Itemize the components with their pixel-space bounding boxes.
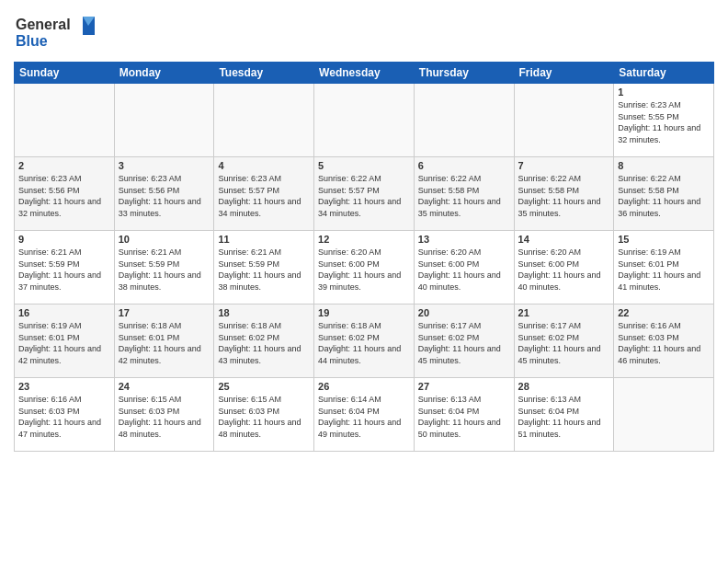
calendar-cell <box>414 84 514 157</box>
day-number: 4 <box>218 160 310 171</box>
day-number: 28 <box>518 381 610 392</box>
calendar-cell: 18Sunrise: 6:18 AM Sunset: 6:02 PM Dayli… <box>214 304 314 378</box>
calendar-cell: 10Sunrise: 6:21 AM Sunset: 5:59 PM Dayli… <box>114 231 214 304</box>
weekday-header-saturday: Saturday <box>614 63 714 84</box>
calendar-cell: 13Sunrise: 6:20 AM Sunset: 6:00 PM Dayli… <box>414 231 514 304</box>
day-info: Sunrise: 6:20 AM Sunset: 6:00 PM Dayligh… <box>318 247 410 293</box>
day-number: 18 <box>218 307 310 318</box>
calendar-cell: 2Sunrise: 6:23 AM Sunset: 5:56 PM Daylig… <box>15 157 115 231</box>
day-number: 8 <box>618 160 710 171</box>
calendar-cell: 22Sunrise: 6:16 AM Sunset: 6:03 PM Dayli… <box>614 304 714 378</box>
day-number: 11 <box>218 234 310 245</box>
day-info: Sunrise: 6:14 AM Sunset: 6:04 PM Dayligh… <box>318 394 410 440</box>
weekday-header-sunday: Sunday <box>15 63 115 84</box>
calendar-cell: 3Sunrise: 6:23 AM Sunset: 5:56 PM Daylig… <box>114 157 214 231</box>
day-number: 5 <box>318 160 410 171</box>
calendar-cell: 4Sunrise: 6:23 AM Sunset: 5:57 PM Daylig… <box>214 157 314 231</box>
calendar-cell <box>514 84 614 157</box>
day-info: Sunrise: 6:15 AM Sunset: 6:03 PM Dayligh… <box>218 394 310 440</box>
weekday-header-monday: Monday <box>114 63 214 84</box>
calendar-week-row: 23Sunrise: 6:16 AM Sunset: 6:03 PM Dayli… <box>15 378 714 452</box>
weekday-header-row: SundayMondayTuesdayWednesdayThursdayFrid… <box>15 63 714 84</box>
day-number: 16 <box>18 307 110 318</box>
day-info: Sunrise: 6:13 AM Sunset: 6:04 PM Dayligh… <box>518 394 610 440</box>
calendar-cell <box>314 84 415 157</box>
day-info: Sunrise: 6:18 AM Sunset: 6:02 PM Dayligh… <box>218 320 310 366</box>
day-info: Sunrise: 6:22 AM Sunset: 5:58 PM Dayligh… <box>518 173 610 219</box>
calendar-week-row: 9Sunrise: 6:21 AM Sunset: 5:59 PM Daylig… <box>15 231 714 304</box>
logo-icon: General Blue <box>14 9 97 51</box>
day-info: Sunrise: 6:23 AM Sunset: 5:57 PM Dayligh… <box>218 173 310 219</box>
calendar-cell: 1Sunrise: 6:23 AM Sunset: 5:55 PM Daylig… <box>614 84 714 157</box>
calendar-week-row: 2Sunrise: 6:23 AM Sunset: 5:56 PM Daylig… <box>15 157 714 231</box>
day-info: Sunrise: 6:23 AM Sunset: 5:56 PM Dayligh… <box>119 173 210 219</box>
calendar-cell: 6Sunrise: 6:22 AM Sunset: 5:58 PM Daylig… <box>414 157 514 231</box>
day-number: 10 <box>119 234 210 245</box>
day-number: 14 <box>518 234 610 245</box>
calendar-cell: 5Sunrise: 6:22 AM Sunset: 5:57 PM Daylig… <box>314 157 415 231</box>
day-info: Sunrise: 6:16 AM Sunset: 6:03 PM Dayligh… <box>18 394 110 440</box>
calendar-cell: 27Sunrise: 6:13 AM Sunset: 6:04 PM Dayli… <box>414 378 514 452</box>
day-number: 3 <box>119 160 210 171</box>
day-number: 13 <box>418 234 510 245</box>
svg-text:Blue: Blue <box>16 33 48 49</box>
day-info: Sunrise: 6:16 AM Sunset: 6:03 PM Dayligh… <box>618 320 710 366</box>
calendar-cell: 25Sunrise: 6:15 AM Sunset: 6:03 PM Dayli… <box>214 378 314 452</box>
day-info: Sunrise: 6:15 AM Sunset: 6:03 PM Dayligh… <box>119 394 210 440</box>
day-info: Sunrise: 6:22 AM Sunset: 5:57 PM Dayligh… <box>318 173 410 219</box>
calendar-cell: 11Sunrise: 6:21 AM Sunset: 5:59 PM Dayli… <box>214 231 314 304</box>
day-info: Sunrise: 6:17 AM Sunset: 6:02 PM Dayligh… <box>518 320 610 366</box>
day-number: 15 <box>618 234 710 245</box>
day-info: Sunrise: 6:17 AM Sunset: 6:02 PM Dayligh… <box>418 320 510 366</box>
logo: General Blue <box>14 9 97 54</box>
day-number: 1 <box>618 86 710 98</box>
calendar-cell: 9Sunrise: 6:21 AM Sunset: 5:59 PM Daylig… <box>15 231 115 304</box>
calendar-cell: 21Sunrise: 6:17 AM Sunset: 6:02 PM Dayli… <box>514 304 614 378</box>
day-number: 2 <box>18 160 110 171</box>
calendar-cell: 26Sunrise: 6:14 AM Sunset: 6:04 PM Dayli… <box>314 378 415 452</box>
day-number: 23 <box>18 381 110 392</box>
day-number: 27 <box>418 381 510 392</box>
day-info: Sunrise: 6:21 AM Sunset: 5:59 PM Dayligh… <box>18 247 110 293</box>
calendar-cell: 24Sunrise: 6:15 AM Sunset: 6:03 PM Dayli… <box>114 378 214 452</box>
calendar-cell <box>114 84 214 157</box>
day-info: Sunrise: 6:23 AM Sunset: 5:56 PM Dayligh… <box>18 173 110 219</box>
header: General Blue <box>14 9 714 54</box>
day-info: Sunrise: 6:20 AM Sunset: 6:00 PM Dayligh… <box>518 247 610 293</box>
calendar-cell: 7Sunrise: 6:22 AM Sunset: 5:58 PM Daylig… <box>514 157 614 231</box>
calendar-week-row: 16Sunrise: 6:19 AM Sunset: 6:01 PM Dayli… <box>15 304 714 378</box>
day-info: Sunrise: 6:23 AM Sunset: 5:55 PM Dayligh… <box>618 99 710 145</box>
calendar-cell: 15Sunrise: 6:19 AM Sunset: 6:01 PM Dayli… <box>614 231 714 304</box>
calendar-cell <box>214 84 314 157</box>
day-number: 25 <box>218 381 310 392</box>
page: General Blue SundayMondayTuesdayWednesda… <box>0 0 728 563</box>
weekday-header-thursday: Thursday <box>414 63 514 84</box>
day-info: Sunrise: 6:19 AM Sunset: 6:01 PM Dayligh… <box>18 320 110 366</box>
day-info: Sunrise: 6:18 AM Sunset: 6:02 PM Dayligh… <box>318 320 410 366</box>
calendar-cell: 23Sunrise: 6:16 AM Sunset: 6:03 PM Dayli… <box>15 378 115 452</box>
day-info: Sunrise: 6:22 AM Sunset: 5:58 PM Dayligh… <box>418 173 510 219</box>
day-number: 21 <box>518 307 610 318</box>
day-number: 6 <box>418 160 510 171</box>
day-number: 26 <box>318 381 410 392</box>
day-info: Sunrise: 6:21 AM Sunset: 5:59 PM Dayligh… <box>119 247 210 293</box>
day-number: 22 <box>618 307 710 318</box>
calendar-cell: 19Sunrise: 6:18 AM Sunset: 6:02 PM Dayli… <box>314 304 415 378</box>
day-number: 24 <box>119 381 210 392</box>
day-info: Sunrise: 6:18 AM Sunset: 6:01 PM Dayligh… <box>119 320 210 366</box>
day-info: Sunrise: 6:21 AM Sunset: 5:59 PM Dayligh… <box>218 247 310 293</box>
weekday-header-friday: Friday <box>514 63 614 84</box>
calendar-cell: 28Sunrise: 6:13 AM Sunset: 6:04 PM Dayli… <box>514 378 614 452</box>
day-info: Sunrise: 6:22 AM Sunset: 5:58 PM Dayligh… <box>618 173 710 219</box>
svg-text:General: General <box>16 17 71 32</box>
day-number: 12 <box>318 234 410 245</box>
day-number: 17 <box>119 307 210 318</box>
calendar-cell: 17Sunrise: 6:18 AM Sunset: 6:01 PM Dayli… <box>114 304 214 378</box>
day-info: Sunrise: 6:13 AM Sunset: 6:04 PM Dayligh… <box>418 394 510 440</box>
calendar-cell <box>15 84 115 157</box>
calendar-table: SundayMondayTuesdayWednesdayThursdayFrid… <box>14 62 714 452</box>
day-info: Sunrise: 6:19 AM Sunset: 6:01 PM Dayligh… <box>618 247 710 293</box>
weekday-header-tuesday: Tuesday <box>214 63 314 84</box>
day-number: 19 <box>318 307 410 318</box>
day-info: Sunrise: 6:20 AM Sunset: 6:00 PM Dayligh… <box>418 247 510 293</box>
